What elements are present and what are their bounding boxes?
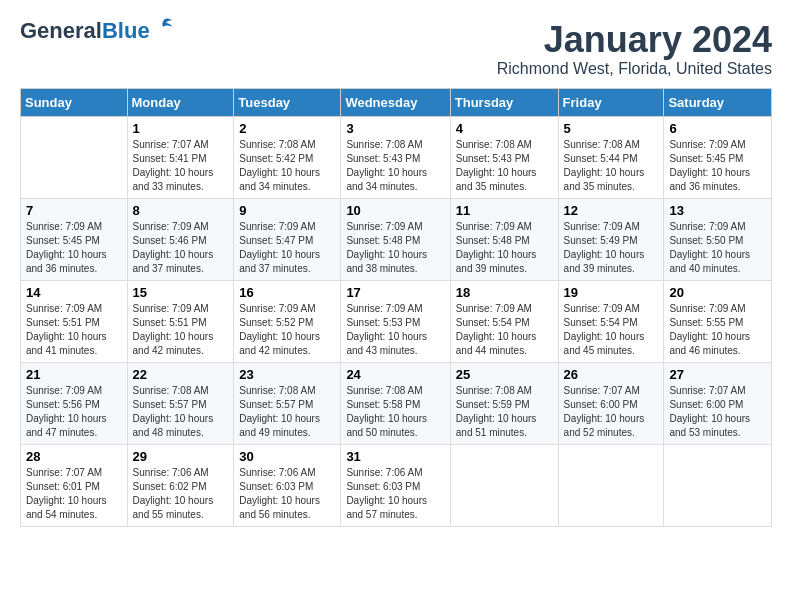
- day-number: 2: [239, 121, 335, 136]
- calendar-week-row: 21Sunrise: 7:09 AMSunset: 5:56 PMDayligh…: [21, 362, 772, 444]
- day-number: 4: [456, 121, 553, 136]
- calendar-cell: 14Sunrise: 7:09 AMSunset: 5:51 PMDayligh…: [21, 280, 128, 362]
- calendar-cell: 9Sunrise: 7:09 AMSunset: 5:47 PMDaylight…: [234, 198, 341, 280]
- day-info: Sunrise: 7:09 AMSunset: 5:50 PMDaylight:…: [669, 220, 766, 276]
- calendar-cell: 18Sunrise: 7:09 AMSunset: 5:54 PMDayligh…: [450, 280, 558, 362]
- day-info: Sunrise: 7:09 AMSunset: 5:54 PMDaylight:…: [564, 302, 659, 358]
- calendar-cell: 27Sunrise: 7:07 AMSunset: 6:00 PMDayligh…: [664, 362, 772, 444]
- day-info: Sunrise: 7:09 AMSunset: 5:47 PMDaylight:…: [239, 220, 335, 276]
- calendar-header-row: SundayMondayTuesdayWednesdayThursdayFrid…: [21, 88, 772, 116]
- day-info: Sunrise: 7:09 AMSunset: 5:46 PMDaylight:…: [133, 220, 229, 276]
- day-info: Sunrise: 7:09 AMSunset: 5:49 PMDaylight:…: [564, 220, 659, 276]
- day-info: Sunrise: 7:07 AMSunset: 6:00 PMDaylight:…: [669, 384, 766, 440]
- day-info: Sunrise: 7:09 AMSunset: 5:55 PMDaylight:…: [669, 302, 766, 358]
- day-info: Sunrise: 7:08 AMSunset: 5:58 PMDaylight:…: [346, 384, 444, 440]
- calendar-title: January 2024: [497, 20, 772, 60]
- day-info: Sunrise: 7:09 AMSunset: 5:51 PMDaylight:…: [26, 302, 122, 358]
- calendar-cell: 5Sunrise: 7:08 AMSunset: 5:44 PMDaylight…: [558, 116, 664, 198]
- day-number: 31: [346, 449, 444, 464]
- calendar-cell: 6Sunrise: 7:09 AMSunset: 5:45 PMDaylight…: [664, 116, 772, 198]
- calendar-week-row: 7Sunrise: 7:09 AMSunset: 5:45 PMDaylight…: [21, 198, 772, 280]
- calendar-cell: 16Sunrise: 7:09 AMSunset: 5:52 PMDayligh…: [234, 280, 341, 362]
- day-info: Sunrise: 7:08 AMSunset: 5:57 PMDaylight:…: [133, 384, 229, 440]
- calendar-cell: [450, 444, 558, 526]
- day-info: Sunrise: 7:07 AMSunset: 5:41 PMDaylight:…: [133, 138, 229, 194]
- day-number: 18: [456, 285, 553, 300]
- calendar-week-row: 14Sunrise: 7:09 AMSunset: 5:51 PMDayligh…: [21, 280, 772, 362]
- logo-text: GeneralBlue: [20, 20, 150, 42]
- day-info: Sunrise: 7:06 AMSunset: 6:02 PMDaylight:…: [133, 466, 229, 522]
- calendar-cell: 4Sunrise: 7:08 AMSunset: 5:43 PMDaylight…: [450, 116, 558, 198]
- day-info: Sunrise: 7:08 AMSunset: 5:57 PMDaylight:…: [239, 384, 335, 440]
- calendar-subtitle: Richmond West, Florida, United States: [497, 60, 772, 78]
- day-info: Sunrise: 7:09 AMSunset: 5:45 PMDaylight:…: [26, 220, 122, 276]
- calendar-week-row: 28Sunrise: 7:07 AMSunset: 6:01 PMDayligh…: [21, 444, 772, 526]
- day-info: Sunrise: 7:08 AMSunset: 5:44 PMDaylight:…: [564, 138, 659, 194]
- day-number: 1: [133, 121, 229, 136]
- day-info: Sunrise: 7:09 AMSunset: 5:51 PMDaylight:…: [133, 302, 229, 358]
- day-number: 8: [133, 203, 229, 218]
- calendar-cell: 15Sunrise: 7:09 AMSunset: 5:51 PMDayligh…: [127, 280, 234, 362]
- day-number: 6: [669, 121, 766, 136]
- day-info: Sunrise: 7:09 AMSunset: 5:45 PMDaylight:…: [669, 138, 766, 194]
- calendar-cell: 31Sunrise: 7:06 AMSunset: 6:03 PMDayligh…: [341, 444, 450, 526]
- calendar-cell: 20Sunrise: 7:09 AMSunset: 5:55 PMDayligh…: [664, 280, 772, 362]
- calendar-cell: 26Sunrise: 7:07 AMSunset: 6:00 PMDayligh…: [558, 362, 664, 444]
- day-header-thursday: Thursday: [450, 88, 558, 116]
- day-number: 19: [564, 285, 659, 300]
- calendar-cell: 22Sunrise: 7:08 AMSunset: 5:57 PMDayligh…: [127, 362, 234, 444]
- calendar-cell: 19Sunrise: 7:09 AMSunset: 5:54 PMDayligh…: [558, 280, 664, 362]
- day-number: 12: [564, 203, 659, 218]
- day-number: 21: [26, 367, 122, 382]
- calendar-cell: 23Sunrise: 7:08 AMSunset: 5:57 PMDayligh…: [234, 362, 341, 444]
- calendar-cell: 7Sunrise: 7:09 AMSunset: 5:45 PMDaylight…: [21, 198, 128, 280]
- calendar-cell: 17Sunrise: 7:09 AMSunset: 5:53 PMDayligh…: [341, 280, 450, 362]
- calendar-cell: 8Sunrise: 7:09 AMSunset: 5:46 PMDaylight…: [127, 198, 234, 280]
- calendar-cell: 2Sunrise: 7:08 AMSunset: 5:42 PMDaylight…: [234, 116, 341, 198]
- calendar-cell: 3Sunrise: 7:08 AMSunset: 5:43 PMDaylight…: [341, 116, 450, 198]
- page-header: GeneralBlue January 2024 Richmond West, …: [20, 20, 772, 78]
- day-info: Sunrise: 7:08 AMSunset: 5:43 PMDaylight:…: [456, 138, 553, 194]
- title-block: January 2024 Richmond West, Florida, Uni…: [497, 20, 772, 78]
- day-header-sunday: Sunday: [21, 88, 128, 116]
- calendar-cell: 10Sunrise: 7:09 AMSunset: 5:48 PMDayligh…: [341, 198, 450, 280]
- day-number: 5: [564, 121, 659, 136]
- calendar-cell: [664, 444, 772, 526]
- day-number: 22: [133, 367, 229, 382]
- day-number: 29: [133, 449, 229, 464]
- day-info: Sunrise: 7:09 AMSunset: 5:52 PMDaylight:…: [239, 302, 335, 358]
- day-number: 11: [456, 203, 553, 218]
- bird-icon: [152, 16, 174, 38]
- day-number: 20: [669, 285, 766, 300]
- day-info: Sunrise: 7:09 AMSunset: 5:48 PMDaylight:…: [346, 220, 444, 276]
- calendar-cell: 13Sunrise: 7:09 AMSunset: 5:50 PMDayligh…: [664, 198, 772, 280]
- day-header-friday: Friday: [558, 88, 664, 116]
- calendar-cell: 28Sunrise: 7:07 AMSunset: 6:01 PMDayligh…: [21, 444, 128, 526]
- day-number: 13: [669, 203, 766, 218]
- day-number: 15: [133, 285, 229, 300]
- day-number: 10: [346, 203, 444, 218]
- calendar-cell: 29Sunrise: 7:06 AMSunset: 6:02 PMDayligh…: [127, 444, 234, 526]
- calendar-cell: 1Sunrise: 7:07 AMSunset: 5:41 PMDaylight…: [127, 116, 234, 198]
- calendar-cell: 11Sunrise: 7:09 AMSunset: 5:48 PMDayligh…: [450, 198, 558, 280]
- day-number: 17: [346, 285, 444, 300]
- day-info: Sunrise: 7:08 AMSunset: 5:42 PMDaylight:…: [239, 138, 335, 194]
- day-info: Sunrise: 7:06 AMSunset: 6:03 PMDaylight:…: [346, 466, 444, 522]
- day-number: 7: [26, 203, 122, 218]
- day-header-wednesday: Wednesday: [341, 88, 450, 116]
- day-info: Sunrise: 7:07 AMSunset: 6:01 PMDaylight:…: [26, 466, 122, 522]
- calendar-table: SundayMondayTuesdayWednesdayThursdayFrid…: [20, 88, 772, 527]
- calendar-week-row: 1Sunrise: 7:07 AMSunset: 5:41 PMDaylight…: [21, 116, 772, 198]
- day-number: 24: [346, 367, 444, 382]
- calendar-cell: 25Sunrise: 7:08 AMSunset: 5:59 PMDayligh…: [450, 362, 558, 444]
- day-info: Sunrise: 7:09 AMSunset: 5:53 PMDaylight:…: [346, 302, 444, 358]
- day-info: Sunrise: 7:09 AMSunset: 5:48 PMDaylight:…: [456, 220, 553, 276]
- day-number: 14: [26, 285, 122, 300]
- day-number: 3: [346, 121, 444, 136]
- day-info: Sunrise: 7:07 AMSunset: 6:00 PMDaylight:…: [564, 384, 659, 440]
- day-header-tuesday: Tuesday: [234, 88, 341, 116]
- day-number: 9: [239, 203, 335, 218]
- day-info: Sunrise: 7:08 AMSunset: 5:59 PMDaylight:…: [456, 384, 553, 440]
- day-info: Sunrise: 7:09 AMSunset: 5:54 PMDaylight:…: [456, 302, 553, 358]
- calendar-cell: 24Sunrise: 7:08 AMSunset: 5:58 PMDayligh…: [341, 362, 450, 444]
